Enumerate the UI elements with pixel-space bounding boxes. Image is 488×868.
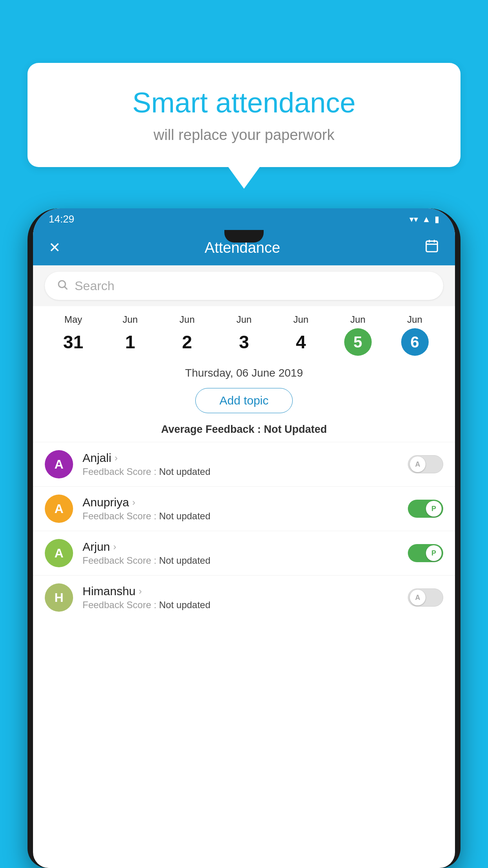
toggle-knob: P	[426, 545, 442, 561]
speech-bubble-subtitle: will replace your paperwork	[59, 127, 429, 143]
feedback-value: Not updated	[159, 555, 211, 566]
phone-screen: 14:29 ▾▾ ▲ ▮ ✕ Attendance	[33, 208, 455, 868]
attendance-toggle[interactable]: A	[408, 588, 443, 607]
selected-date: Thursday, 06 June 2019	[33, 360, 455, 383]
speech-bubble-container: Smart attendance will replace your paper…	[28, 63, 460, 189]
status-time: 14:29	[49, 213, 74, 225]
student-item[interactable]: AAnupriya ›Feedback Score : Not updatedP	[33, 486, 455, 531]
search-placeholder: Search	[75, 279, 114, 293]
student-name: Anjali ›	[83, 451, 408, 465]
cal-month-label: Jun	[386, 314, 443, 325]
cal-month-label: Jun	[216, 314, 273, 325]
cal-month-label: Jun	[272, 314, 329, 325]
svg-line-5	[65, 287, 67, 289]
student-name: Anupriya ›	[83, 496, 408, 509]
cal-date-number: 2	[173, 328, 201, 356]
calendar-icon[interactable]	[424, 239, 439, 257]
feedback-value: Not updated	[159, 511, 211, 521]
search-icon	[57, 279, 68, 293]
phone-notch	[224, 230, 264, 243]
student-name: Himanshu ›	[83, 585, 408, 598]
student-item[interactable]: AArjun ›Feedback Score : Not updatedP	[33, 531, 455, 575]
student-avatar: A	[45, 495, 73, 523]
cal-month-label: May	[45, 314, 102, 325]
avg-feedback-value: Not Updated	[264, 423, 327, 435]
cal-day-0[interactable]: May31	[45, 314, 102, 356]
cal-month-label: Jun	[102, 314, 159, 325]
student-item[interactable]: AAnjali ›Feedback Score : Not updatedA	[33, 442, 455, 486]
battery-icon: ▮	[435, 214, 439, 224]
search-bar-container: Search	[33, 265, 455, 306]
toggle-knob: A	[410, 456, 426, 472]
student-info: Arjun ›Feedback Score : Not updated	[83, 540, 408, 566]
calendar-strip: May31Jun1Jun2Jun3Jun4Jun5Jun6	[33, 306, 455, 360]
phone-frame: 14:29 ▾▾ ▲ ▮ ✕ Attendance	[28, 208, 460, 868]
cal-date-number: 6	[401, 328, 429, 356]
cal-date-number: 4	[287, 328, 315, 356]
avg-feedback-label: Average Feedback :	[161, 423, 261, 435]
student-feedback: Feedback Score : Not updated	[83, 600, 408, 611]
cal-date-number: 1	[116, 328, 144, 356]
chevron-right-icon: ›	[113, 541, 116, 552]
attendance-toggle[interactable]: A	[408, 455, 443, 473]
cal-day-4[interactable]: Jun4	[272, 314, 329, 356]
status-bar: 14:29 ▾▾ ▲ ▮	[33, 208, 455, 230]
cal-month-label: Jun	[329, 314, 386, 325]
chevron-right-icon: ›	[114, 452, 117, 463]
student-info: Anjali ›Feedback Score : Not updated	[83, 451, 408, 477]
chevron-right-icon: ›	[139, 586, 142, 597]
avg-feedback: Average Feedback : Not Updated	[33, 420, 455, 442]
student-feedback: Feedback Score : Not updated	[83, 466, 408, 477]
wifi-icon: ▾▾	[409, 214, 418, 224]
student-list: AAnjali ›Feedback Score : Not updatedAAA…	[33, 442, 455, 620]
cal-date-number: 3	[230, 328, 258, 356]
search-bar[interactable]: Search	[45, 272, 443, 300]
status-icons: ▾▾ ▲ ▮	[409, 214, 439, 224]
signal-icon: ▲	[422, 214, 431, 224]
cal-day-3[interactable]: Jun3	[216, 314, 273, 356]
svg-rect-0	[426, 241, 438, 252]
cal-day-5[interactable]: Jun5	[329, 314, 386, 356]
close-button[interactable]: ✕	[49, 239, 61, 256]
student-avatar: H	[45, 583, 73, 612]
toggle-knob: P	[426, 501, 442, 517]
cal-day-1[interactable]: Jun1	[102, 314, 159, 356]
cal-day-2[interactable]: Jun2	[159, 314, 216, 356]
feedback-value: Not updated	[159, 600, 211, 610]
cal-day-6[interactable]: Jun6	[386, 314, 443, 356]
attendance-toggle[interactable]: P	[408, 544, 443, 562]
cal-date-number: 31	[59, 328, 87, 356]
speech-bubble-title: Smart attendance	[59, 86, 429, 119]
cal-month-label: Jun	[159, 314, 216, 325]
student-feedback: Feedback Score : Not updated	[83, 555, 408, 566]
student-info: Anupriya ›Feedback Score : Not updated	[83, 496, 408, 522]
chevron-right-icon: ›	[132, 497, 135, 508]
add-topic-button[interactable]: Add topic	[195, 388, 292, 413]
attendance-toggle[interactable]: P	[408, 500, 443, 518]
student-name: Arjun ›	[83, 540, 408, 554]
feedback-value: Not updated	[159, 466, 211, 477]
speech-bubble-tail	[228, 167, 260, 189]
speech-bubble: Smart attendance will replace your paper…	[28, 63, 460, 167]
student-avatar: A	[45, 450, 73, 478]
student-avatar: A	[45, 539, 73, 567]
cal-date-number: 5	[344, 328, 372, 356]
student-info: Himanshu ›Feedback Score : Not updated	[83, 585, 408, 611]
toggle-knob: A	[410, 590, 426, 605]
student-feedback: Feedback Score : Not updated	[83, 511, 408, 522]
student-item[interactable]: HHimanshu ›Feedback Score : Not updatedA	[33, 575, 455, 620]
